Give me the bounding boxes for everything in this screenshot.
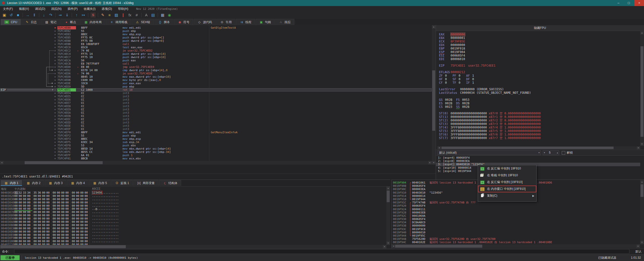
hex-byte[interactable]: 36 (38, 191, 42, 194)
context-menu-item[interactable]: 在 内存窗口 中转到 [19F910] (478, 186, 536, 192)
hex-byte[interactable]: 00 (80, 207, 85, 210)
disasm-row[interactable]: ●75FC4EB08BFFmov edi,ediGetDlgItemTextA (0, 26, 432, 29)
disasm-row[interactable]: ●75FC4ED88B45 10mov eax,dword ptr ss:[eb… (0, 75, 432, 78)
hex-byte[interactable]: 00 (80, 191, 85, 194)
argument-row[interactable]: 2: [esp+8] 000003EA (436, 159, 640, 163)
hex-byte[interactable]: 00 (42, 201, 46, 204)
hex-byte[interactable]: 00 (14, 204, 19, 207)
hex-byte[interactable]: 00 (38, 194, 42, 198)
context-menu-item[interactable]: 在 反汇编 中转到 [19F910] (478, 179, 536, 186)
scroll-arrow-icon[interactable]: ▸ (637, 146, 640, 149)
hex-byte[interactable]: 00 (23, 230, 27, 233)
hex-byte[interactable]: 00 (14, 240, 19, 243)
hex-byte[interactable]: 00 (14, 224, 19, 227)
scroll-thumb[interactable] (432, 70, 435, 131)
stack-row[interactable]: 0019F934│DCBAABCD (392, 221, 640, 224)
tab-script[interactable]: {}脚本 (154, 19, 174, 25)
toolbar-step-into-icon[interactable]: ↓ (41, 12, 47, 19)
stack-row[interactable]: 0019F93C│0019F9C8 (392, 228, 640, 231)
context-menu-item[interactable]: 复制(C)▶ (478, 192, 536, 199)
toolbar-run-to-user-code-icon[interactable]: ↦ (80, 12, 87, 19)
disasm-row[interactable]: ●75FC4EB38BECmov ebp,esp (0, 33, 432, 36)
hex-byte[interactable]: 00 (53, 233, 57, 237)
hex-byte[interactable]: 00 (33, 227, 38, 230)
hex-byte[interactable]: 00 (38, 207, 42, 210)
hex-byte[interactable]: 00 (27, 224, 31, 227)
menu-item[interactable]: 调试(D) (32, 6, 48, 12)
disasm-row[interactable]: ●75FC4EEDCCint3 (0, 121, 432, 124)
hex-byte[interactable]: 00 (76, 201, 80, 204)
hex-byte[interactable]: 00 (61, 198, 65, 201)
stack-row[interactable]: 0019F940│80006010 (392, 231, 640, 234)
hex-byte[interactable]: 00 (53, 214, 57, 217)
toolbar-scylla-import-icon[interactable]: ▤ (150, 12, 156, 19)
flags-row[interactable]: ZF0PF0AF1 (439, 74, 541, 77)
hex-byte[interactable]: 00 (42, 227, 46, 230)
disasm-row[interactable]: ●75FC4EDE33C0xor eax,eax (0, 82, 432, 85)
hex-byte[interactable]: 00 (85, 217, 89, 220)
hex-byte[interactable]: 00 (23, 220, 27, 224)
row-dot[interactable]: ● (54, 29, 56, 33)
hex-byte[interactable]: 00 (53, 210, 57, 214)
hex-byte[interactable]: 00 (42, 214, 46, 217)
scroll-arrow-icon[interactable]: ▴ (640, 180, 644, 184)
hex-byte[interactable]: 00 (61, 210, 65, 214)
disasm-row[interactable]: ●75FC4EDBC600 00mov byte ptr ds:[eax],0 (0, 78, 432, 82)
row-dot[interactable]: ● (54, 118, 56, 121)
row-dot[interactable]: ● (54, 78, 56, 82)
scroll-arrow-icon[interactable]: ◂ (0, 161, 4, 164)
hex-byte[interactable]: 00 (57, 236, 61, 240)
calling-convention-select[interactable]: 默认 (stdcall) ▾ (437, 150, 541, 155)
hex-byte[interactable]: 00 (19, 236, 23, 240)
hex-byte[interactable]: 00 (57, 214, 61, 217)
hex-byte[interactable]: 00 (61, 201, 65, 204)
hex-byte[interactable]: 00 (76, 210, 80, 214)
stack-row[interactable]: 0019F930│000605F4 (392, 218, 640, 221)
row-dot[interactable]: ● (54, 134, 56, 137)
hex-byte[interactable]: 00 (42, 240, 46, 243)
close-button[interactable]: × (634, 0, 644, 6)
hex-byte[interactable]: 00 (61, 220, 65, 224)
disasm-row[interactable]: ●75FC4EEBCCint3 (0, 114, 432, 118)
fpu-register-row[interactable]: ST(0)00000000000000000000x87r0空0.0000000… (439, 112, 541, 115)
hex-byte[interactable]: 00 (38, 210, 42, 214)
hex-byte[interactable]: 00 (80, 198, 85, 201)
hex-byte[interactable]: 00 (27, 220, 31, 224)
hex-byte[interactable]: 00 (23, 224, 27, 227)
toolbar-restart-icon[interactable]: ↺ (8, 12, 15, 19)
hex-byte[interactable]: 00 (57, 191, 61, 194)
disasm-row[interactable]: ●75FC4EF853push ebx (0, 144, 432, 147)
hex-byte[interactable]: 00 (23, 217, 27, 220)
context-menu-item[interactable]: 在 堆栈 中转到 19F910 (478, 172, 536, 179)
hex-byte[interactable]: 00 (53, 220, 57, 224)
row-dot[interactable]: ● (54, 82, 56, 85)
row-dot[interactable]: ● (54, 131, 56, 134)
scroll-thumb[interactable] (25, 161, 103, 164)
tab-references[interactable]: ⊙引用 (216, 19, 235, 25)
toolbar-execute-till-return-icon[interactable]: ↑ (73, 12, 80, 19)
hex-byte[interactable]: 00 (80, 224, 85, 227)
maximize-button[interactable]: □ (624, 0, 634, 6)
hex-byte[interactable]: 00 (72, 210, 76, 214)
hex-byte[interactable]: 00 (65, 220, 70, 224)
hex-byte[interactable]: 00 (46, 230, 51, 233)
hex-byte[interactable]: 00 (23, 214, 27, 217)
menu-item[interactable]: 文件(F) (0, 6, 16, 12)
scroll-arrow-icon[interactable]: ▴ (640, 31, 644, 35)
hex-byte[interactable]: 00 (57, 198, 61, 201)
disasm-row[interactable]: ●75FC4EB255push ebp (0, 29, 432, 33)
stack-h-scrollbar[interactable]: ◂▸ (392, 244, 640, 248)
toolbar-label-icon[interactable]: # (133, 12, 140, 19)
dump-h-scrollbar[interactable]: ◂▸ (0, 245, 386, 248)
hex-byte[interactable]: 00 (72, 220, 76, 224)
tab-cpu[interactable]: 32CPU (1, 19, 21, 25)
command-profile-select[interactable]: 默认 (635, 249, 641, 254)
hex-byte[interactable]: 00 (85, 233, 89, 237)
hex-byte[interactable]: 31 (14, 191, 19, 194)
hex-byte[interactable]: 00 (61, 214, 65, 217)
register-row[interactable]: EDX00000000 (439, 43, 541, 47)
scroll-arrow-icon[interactable]: ▴ (386, 187, 390, 190)
hex-byte[interactable]: 00 (14, 194, 19, 198)
hex-byte[interactable]: 00 (23, 227, 27, 230)
hex-byte[interactable]: 00 (80, 236, 85, 240)
